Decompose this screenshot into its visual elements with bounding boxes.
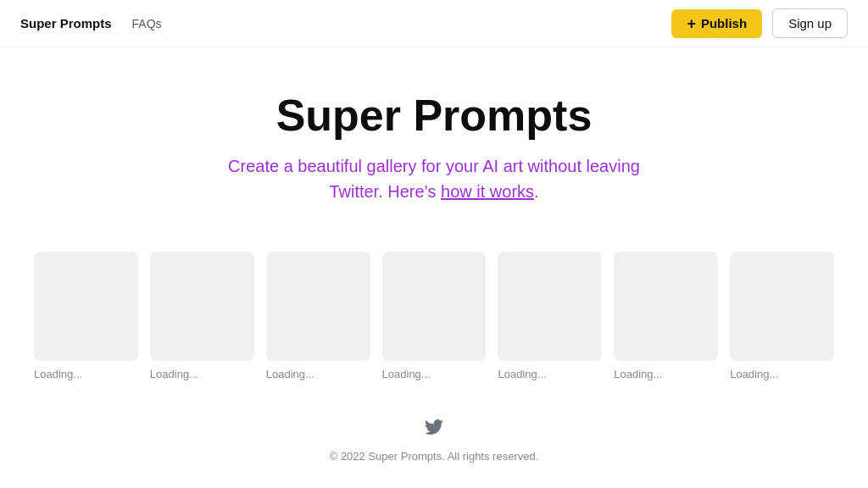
gallery-card[interactable]: Loading... — [150, 252, 254, 380]
gallery-placeholder — [382, 252, 487, 361]
header-left: Super Prompts FAQs — [20, 16, 162, 30]
gallery-label: Loading... — [498, 368, 602, 380]
gallery-label: Loading... — [266, 368, 370, 380]
gallery-placeholder — [498, 252, 602, 361]
gallery-card[interactable]: Loading... — [614, 252, 718, 380]
hero-subtitle-suffix: . — [534, 182, 539, 201]
brand-name: Super Prompts — [20, 16, 112, 30]
gallery-placeholder — [614, 252, 718, 361]
header-right: + Publish Sign up — [671, 8, 848, 38]
plus-icon: + — [687, 16, 696, 31]
footer-copyright: © 2022 Super Prompts. All rights reserve… — [17, 450, 851, 463]
signup-button[interactable]: Sign up — [772, 8, 848, 38]
publish-button[interactable]: + Publish — [671, 9, 762, 38]
how-it-works-link[interactable]: how it works — [441, 182, 534, 201]
nav-faqs[interactable]: FAQs — [132, 17, 162, 30]
gallery-card[interactable]: Loading... — [34, 252, 138, 380]
gallery-label: Loading... — [730, 368, 834, 380]
gallery-card[interactable]: Loading... — [266, 252, 370, 380]
gallery-placeholder — [34, 252, 138, 361]
gallery-label: Loading... — [34, 368, 138, 380]
hero-section: Super Prompts Create a beautiful gallery… — [0, 47, 868, 235]
gallery-label: Loading... — [614, 368, 718, 380]
hero-subtitle: Create a beautiful gallery for your AI a… — [205, 153, 663, 204]
hero-subtitle-prefix: Create a beautiful gallery for your AI a… — [228, 157, 640, 201]
gallery-label: Loading... — [150, 368, 254, 380]
gallery-card[interactable]: Loading... — [382, 252, 487, 380]
hero-title: Super Prompts — [17, 92, 851, 140]
twitter-icon[interactable] — [425, 418, 443, 441]
gallery-card[interactable]: Loading... — [730, 252, 834, 380]
gallery-placeholder — [266, 252, 370, 361]
publish-label: Publish — [701, 16, 747, 30]
gallery-placeholder — [730, 252, 834, 361]
gallery-placeholder — [150, 252, 254, 361]
gallery-grid: Loading...Loading...Loading...Loading...… — [0, 235, 868, 394]
site-footer: © 2022 Super Prompts. All rights reserve… — [0, 394, 868, 476]
gallery-card[interactable]: Loading... — [498, 252, 602, 380]
gallery-label: Loading... — [382, 368, 487, 380]
site-header: Super Prompts FAQs + Publish Sign up — [0, 0, 868, 47]
